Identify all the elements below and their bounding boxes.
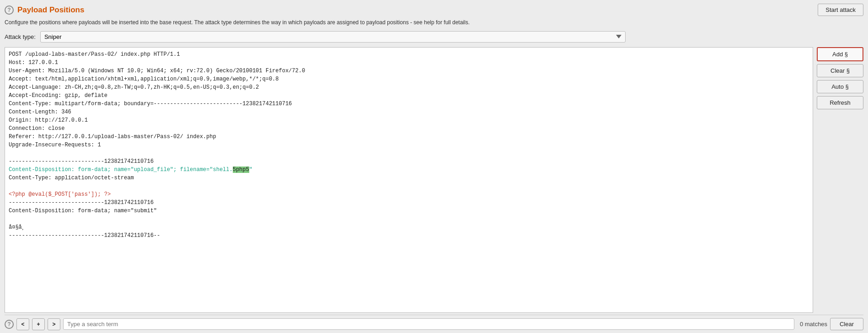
prev-button[interactable]: < xyxy=(16,318,29,330)
auto-section-button[interactable]: Auto § xyxy=(817,80,863,93)
page-title: Payload Positions xyxy=(17,5,84,15)
search-input[interactable] xyxy=(63,318,794,330)
bottom-help-icon[interactable]: ? xyxy=(5,320,14,329)
clear-section-button[interactable]: Clear § xyxy=(817,64,863,77)
description-text: Configure the positions where payloads w… xyxy=(5,19,863,27)
content-area: POST /upload-labs-master/Pass-02/ index.… xyxy=(5,47,863,313)
header-help-icon[interactable]: ? xyxy=(5,5,14,15)
matches-count: 0 matches xyxy=(800,321,827,328)
clear-button[interactable]: Clear xyxy=(830,318,863,330)
attack-type-label: Attack type: xyxy=(5,33,36,40)
main-container: ? Payload Positions Start attack Configu… xyxy=(0,0,868,333)
attack-type-select[interactable]: Sniper Battering ram Pitchfork Cluster b… xyxy=(40,31,626,43)
start-attack-button[interactable]: Start attack xyxy=(818,4,863,16)
header-row: ? Payload Positions Start attack xyxy=(5,4,863,16)
add-button[interactable]: + xyxy=(32,318,45,330)
request-editor[interactable]: POST /upload-labs-master/Pass-02/ index.… xyxy=(5,47,813,313)
add-section-button[interactable]: Add § xyxy=(817,47,863,61)
request-panel: POST /upload-labs-master/Pass-02/ index.… xyxy=(5,47,813,313)
attack-type-row: Attack type: Sniper Battering ram Pitchf… xyxy=(5,31,863,43)
next-button[interactable]: > xyxy=(48,318,60,330)
right-panel: Add § Clear § Auto § Refresh xyxy=(813,47,863,313)
bottom-bar: ? < + > 0 matches Clear xyxy=(5,315,863,333)
title-area: ? Payload Positions xyxy=(5,5,84,15)
side-buttons: Add § Clear § Auto § Refresh xyxy=(813,47,863,109)
refresh-button[interactable]: Refresh xyxy=(817,96,863,109)
